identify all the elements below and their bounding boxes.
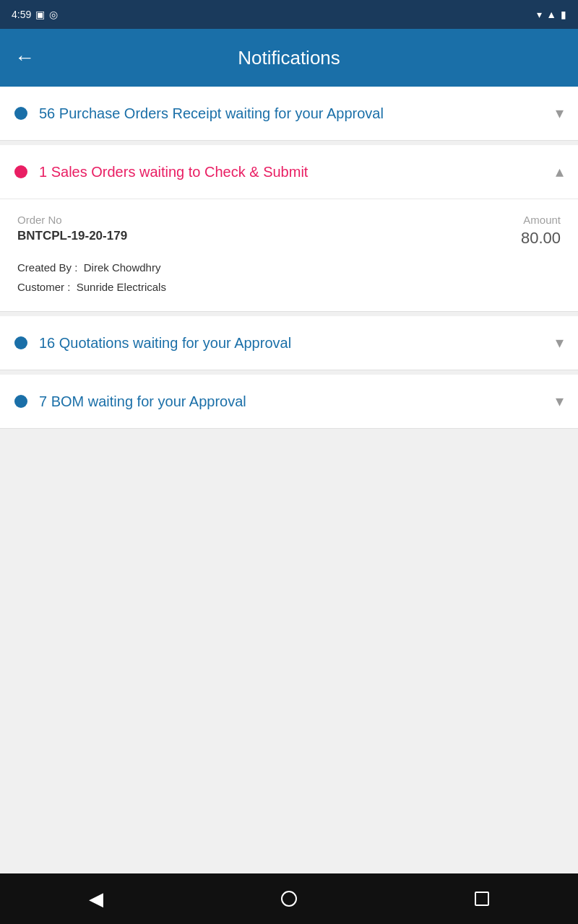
- dot-purchase-orders: [14, 107, 27, 120]
- dot-sales-orders: [14, 165, 27, 178]
- notification-title-purchase-orders: 56 Purchase Orders Receipt waiting for y…: [39, 104, 548, 123]
- chevron-quotations: ▾: [556, 334, 564, 352]
- notification-header-purchase-orders[interactable]: 56 Purchase Orders Receipt waiting for y…: [0, 87, 578, 140]
- sim-icon: ▣: [35, 9, 45, 20]
- notification-title-bom: 7 BOM waiting for your Approval: [39, 392, 548, 411]
- order-no-section: Order No BNTCPL-19-20-179: [17, 214, 127, 243]
- customer-value: Sunride Electricals: [77, 281, 166, 293]
- customer-label: Customer :: [17, 281, 70, 293]
- order-no-label: Order No: [17, 214, 127, 226]
- created-by-value: Direk Chowdhry: [84, 261, 161, 274]
- notification-item-quotations: 16 Quotations waiting for your Approval …: [0, 316, 578, 370]
- created-by-label: Created By :: [17, 261, 77, 274]
- back-button[interactable]: ←: [14, 48, 35, 68]
- chevron-sales-orders: ▴: [556, 162, 564, 181]
- notification-title-quotations: 16 Quotations waiting for your Approval: [39, 334, 548, 352]
- amount-section: Amount 80.00: [521, 214, 561, 248]
- status-right: ▾ ▲ ▮: [537, 9, 566, 20]
- sales-order-card: Order No BNTCPL-19-20-179 Amount 80.00 C…: [0, 199, 578, 311]
- page-title: Notifications: [49, 47, 529, 69]
- status-bar: 4:59 ▣ ◎ ▾ ▲ ▮: [0, 0, 578, 29]
- notification-header-sales-orders[interactable]: 1 Sales Orders waiting to Check & Submit…: [0, 145, 578, 199]
- notification-item-bom: 7 BOM waiting for your Approval ▾: [0, 375, 578, 429]
- customer-row: Customer : Sunride Electricals: [17, 277, 561, 297]
- notification-item-purchase-orders: 56 Purchase Orders Receipt waiting for y…: [0, 87, 578, 141]
- chevron-bom: ▾: [556, 392, 564, 411]
- dot-quotations: [14, 336, 27, 349]
- status-left: 4:59 ▣ ◎: [12, 9, 58, 20]
- notification-icon: ◎: [49, 9, 58, 20]
- wifi-icon: ▾: [537, 9, 542, 20]
- top-bar: ← Notifications: [0, 29, 578, 87]
- amount-value: 80.00: [521, 229, 561, 248]
- notification-title-sales-orders: 1 Sales Orders waiting to Check & Submit: [39, 162, 548, 181]
- chevron-purchase-orders: ▾: [556, 104, 564, 123]
- signal-icon: ▲: [546, 9, 556, 20]
- separator-4: [0, 429, 578, 433]
- nav-home-button[interactable]: [267, 877, 311, 920]
- notification-header-quotations[interactable]: 16 Quotations waiting for your Approval …: [0, 316, 578, 370]
- notifications-list: 56 Purchase Orders Receipt waiting for y…: [0, 87, 578, 873]
- notification-item-sales-orders: 1 Sales Orders waiting to Check & Submit…: [0, 145, 578, 312]
- nav-back-button[interactable]: ◀: [74, 877, 118, 920]
- home-circle-icon: [281, 891, 297, 907]
- nav-recent-button[interactable]: [460, 877, 504, 920]
- notification-header-bom[interactable]: 7 BOM waiting for your Approval ▾: [0, 375, 578, 428]
- amount-label: Amount: [521, 214, 561, 226]
- time: 4:59: [12, 9, 31, 20]
- order-top-row: Order No BNTCPL-19-20-179 Amount 80.00: [17, 214, 561, 248]
- bottom-nav-bar: ◀: [0, 873, 578, 924]
- recent-square-icon: [475, 892, 489, 906]
- order-no-value: BNTCPL-19-20-179: [17, 229, 127, 243]
- battery-icon: ▮: [561, 9, 566, 20]
- dot-bom: [14, 395, 27, 408]
- created-by-row: Created By : Direk Chowdhry: [17, 258, 561, 277]
- order-meta: Created By : Direk Chowdhry Customer : S…: [17, 258, 561, 297]
